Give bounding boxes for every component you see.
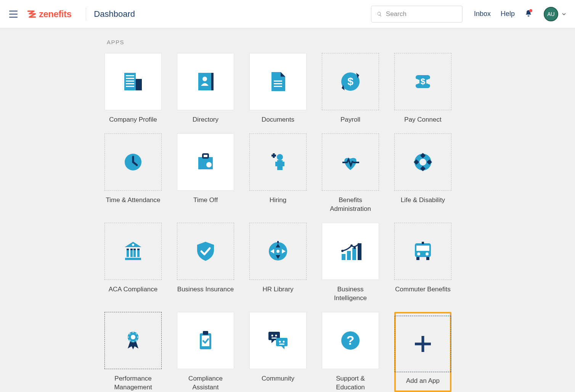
app-hiring[interactable]: Hiring [249, 133, 307, 214]
app-label: Company Profile [109, 116, 157, 124]
app-tile[interactable] [249, 53, 307, 110]
app-hr-library[interactable]: HR Library [249, 223, 307, 303]
app-tile[interactable] [104, 312, 162, 369]
app-tile[interactable] [394, 223, 451, 280]
app-time-attendance[interactable]: Time & Attendance [104, 133, 162, 214]
app-commuter-benefits[interactable]: Commuter Benefits [394, 223, 451, 303]
time-off-icon [192, 149, 219, 175]
life-disability-icon [410, 149, 436, 175]
app-add-an-app[interactable]: Add an App [394, 312, 451, 392]
app-tile[interactable] [249, 223, 307, 280]
app-label: Add an App [406, 377, 440, 386]
app-tile[interactable] [177, 223, 234, 280]
app-label: Community [262, 374, 294, 383]
aca-compliance-icon [120, 238, 146, 265]
app-tile[interactable] [249, 312, 307, 369]
hamburger-menu-icon[interactable] [9, 11, 18, 18]
app-tile[interactable] [177, 133, 234, 191]
performance-mgmt-icon [120, 327, 146, 354]
app-performance-management[interactable]: Performance Management [104, 312, 162, 392]
hiring-icon [265, 149, 291, 175]
app-tile[interactable] [104, 53, 162, 110]
app-business-intelligence[interactable]: Business Intelligence [322, 223, 379, 303]
community-icon [265, 327, 291, 354]
app-tile[interactable] [177, 312, 234, 369]
section-label: APPS [107, 39, 471, 45]
app-label: Directory [193, 116, 218, 124]
app-pay-connect[interactable]: Pay Connect [394, 53, 451, 124]
company-profile-icon [120, 68, 146, 95]
hr-library-icon [265, 238, 291, 265]
content: APPS Company ProfileDirectoryDocumentsPa… [0, 28, 575, 392]
app-directory[interactable]: Directory [177, 53, 234, 124]
app-label: HR Library [262, 285, 293, 294]
pay-connect-icon [410, 68, 436, 95]
app-compliance-assistant[interactable]: Compliance Assistant [177, 312, 234, 392]
app-label: Business Insurance [177, 285, 234, 294]
app-life-disability[interactable]: Life & Disability [394, 133, 451, 214]
brand-name: zenefits [39, 9, 71, 19]
app-tile[interactable] [322, 133, 379, 191]
notifications-button[interactable] [525, 9, 532, 19]
notification-dot-icon [529, 9, 532, 12]
app-time-off[interactable]: Time Off [177, 133, 234, 214]
logo-mark-icon [27, 9, 37, 19]
app-tile[interactable] [104, 133, 162, 191]
app-company-profile[interactable]: Company Profile [104, 53, 162, 124]
app-tile[interactable] [395, 316, 451, 372]
user-avatar[interactable]: AU [544, 7, 558, 21]
support-education-icon [337, 327, 364, 354]
time-attendance-icon [120, 149, 146, 175]
app-label: Pay Connect [404, 116, 441, 124]
app-label: Benefits Administration [322, 196, 379, 214]
app-support-education[interactable]: Support & Education [322, 312, 379, 392]
app-tile[interactable] [394, 133, 451, 191]
app-tile[interactable] [177, 53, 234, 110]
app-label: Hiring [270, 196, 286, 205]
app-tile[interactable] [104, 223, 162, 280]
search-box[interactable] [371, 6, 463, 22]
search-icon [377, 11, 382, 17]
app-label: Documents [262, 116, 294, 124]
app-label: Time Off [193, 196, 218, 205]
app-tile[interactable] [322, 53, 379, 110]
header: zenefits Dashboard Inbox Help AU [0, 0, 575, 28]
app-payroll[interactable]: Payroll [322, 53, 379, 124]
business-insurance-icon [192, 238, 219, 265]
commuter-benefits-icon [410, 238, 436, 265]
app-label: Compliance Assistant [177, 374, 234, 392]
business-intelligence-icon [337, 238, 364, 265]
app-benefits-administration[interactable]: Benefits Administration [322, 133, 379, 214]
app-tile[interactable] [322, 312, 379, 369]
app-tile[interactable] [394, 53, 451, 110]
compliance-assistant-icon [192, 327, 219, 354]
add-app-icon [410, 331, 436, 357]
app-tile[interactable] [249, 133, 307, 191]
app-aca-compliance[interactable]: ACA Compliance [104, 223, 162, 303]
help-link[interactable]: Help [501, 10, 515, 18]
app-label: Commuter Benefits [395, 285, 451, 294]
app-documents[interactable]: Documents [249, 53, 307, 124]
page-title: Dashboard [94, 9, 135, 19]
app-label: Payroll [341, 116, 360, 124]
inbox-link[interactable]: Inbox [474, 10, 491, 18]
app-label: Life & Disability [401, 196, 445, 205]
app-business-insurance[interactable]: Business Insurance [177, 223, 234, 303]
directory-icon [192, 68, 219, 95]
apps-grid: Company ProfileDirectoryDocumentsPayroll… [104, 53, 471, 392]
benefits-admin-icon [337, 149, 364, 175]
header-divider [86, 8, 86, 21]
app-label: Business Intelligence [322, 285, 379, 303]
brand-logo[interactable]: zenefits [27, 9, 71, 19]
search-input[interactable] [386, 10, 457, 18]
app-label: Support & Education [322, 374, 379, 392]
app-label: Time & Attendance [106, 196, 160, 205]
app-community[interactable]: Community [249, 312, 307, 392]
payroll-icon [337, 68, 364, 95]
documents-icon [265, 68, 291, 95]
app-label: Performance Management [104, 374, 162, 392]
app-tile[interactable] [322, 223, 379, 280]
app-label: ACA Compliance [109, 285, 158, 294]
chevron-down-icon[interactable] [562, 13, 566, 15]
